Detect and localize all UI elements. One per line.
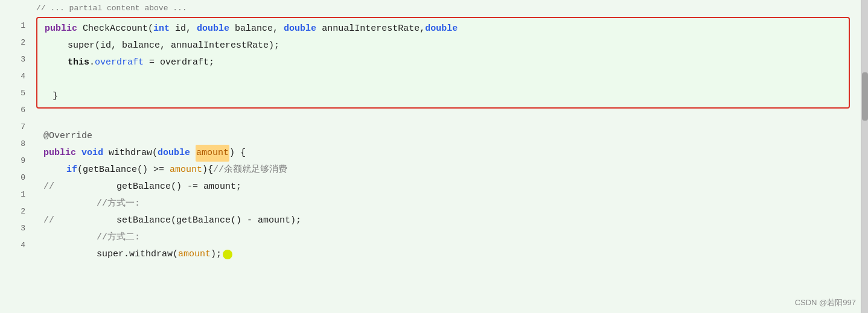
line-num-11: 1 (0, 186, 30, 203)
method-close: ) { (229, 145, 246, 162)
code-line-override: @Override (36, 128, 868, 145)
amount-in-if: amount (170, 162, 202, 179)
scrollbar-thumb[interactable] (862, 72, 868, 121)
top-partial-text: // ... partial content above ... (36, 0, 187, 17)
line-num-6: 6 (0, 101, 30, 118)
line-num-8: 8 (0, 135, 30, 152)
watermark-text: CSDN @若阳997 (795, 298, 856, 307)
line-numbers: 1 2 3 4 5 6 7 8 9 0 1 2 3 4 (0, 0, 30, 313)
code-line-constructor: public CheckAccount( int id, double bala… (37, 21, 849, 37)
comment-balance: //余额就足够消费 (213, 162, 287, 179)
line-num-13: 3 (0, 220, 30, 236)
comment-code1: getBalance() -= amount; (78, 179, 241, 195)
line-num-14: 4 (0, 236, 30, 253)
code-line-way1: //方式一: (36, 195, 868, 212)
comment-disabled2: // (43, 212, 54, 229)
highlighted-block: public CheckAccount( int id, double bala… (36, 17, 850, 109)
code-line-if: if (getBalance() >= amount ){ //余额就足够消费 (36, 162, 868, 179)
code-line-brace-close: } (37, 88, 849, 105)
double-keyword1: double (197, 21, 235, 37)
line-num-10: 0 (0, 169, 30, 186)
code-line-withdraw: public void withdraw( double amount ) { (36, 145, 868, 162)
constructor-name: CheckAccount( (83, 21, 153, 37)
if-brace: ){ (202, 162, 213, 179)
cursor-indicator (223, 250, 232, 259)
override-annotation: @Override (43, 128, 92, 145)
csdn-watermark: CSDN @若阳997 (795, 297, 856, 308)
editor-container: 1 2 3 4 5 6 7 8 9 0 1 2 3 4 // ... parti… (0, 0, 868, 313)
line-num-2: 2 (0, 34, 30, 51)
code-line-comment2: // setBalance(getBalance() - amount); (36, 212, 868, 229)
code-line-spacer (36, 111, 868, 128)
line-num-9: 9 (0, 152, 30, 169)
super-call: super(id, balance, annualInterestRate); (68, 37, 279, 54)
comment-code2: setBalance(getBalance() - amount); (78, 212, 301, 229)
line-num-1: 1 (0, 17, 30, 34)
double-keyword2: double (284, 21, 322, 37)
super-withdraw-close: ); (211, 246, 222, 263)
withdraw-name: withdraw( (109, 145, 158, 162)
code-area: // ... partial content above ... public … (30, 0, 868, 313)
public-keyword: public (45, 21, 83, 37)
way2-comment: //方式二: (97, 229, 140, 246)
line-num-7: 7 (0, 118, 30, 135)
double-keyword3: double (425, 21, 458, 37)
if-keyword: if (66, 162, 77, 179)
line-num-5: 5 (0, 84, 30, 101)
void-kw: void (81, 145, 109, 162)
line-num-3: 3 (0, 51, 30, 68)
int-keyword: int (153, 21, 175, 37)
line-num-12: 2 (0, 203, 30, 220)
code-line-super: super(id, balance, annualInterestRate); (37, 37, 849, 54)
if-open: (getBalance() >= (77, 162, 170, 179)
code-line-comment1: // getBalance() -= amount; (36, 179, 868, 195)
code-line-overdraft: this . overdraft = overdraft; (37, 54, 849, 71)
public-kw2: public (43, 145, 81, 162)
super-withdraw: super.withdraw( (97, 246, 178, 263)
double-kw4: double (158, 145, 196, 162)
way1-comment: //方式一: (97, 195, 140, 212)
closing-brace: } (53, 88, 58, 105)
amount-super-call: amount (178, 246, 211, 263)
code-line-way2: //方式二: (36, 229, 868, 246)
line-num-top (0, 0, 30, 17)
amount-highlighted: amount (196, 145, 229, 162)
dot: . (89, 54, 95, 71)
code-line-super-withdraw: super.withdraw( amount ); (36, 246, 868, 263)
top-partial-line: // ... partial content above ... (36, 0, 868, 17)
param-air: annualInterestRate, (322, 21, 425, 37)
scrollbar[interactable] (861, 0, 868, 313)
param-balance: balance, (235, 21, 284, 37)
this-keyword: this (68, 54, 89, 71)
code-line-empty (37, 71, 849, 88)
line-num-4: 4 (0, 68, 30, 84)
overdraft-field: overdraft (95, 54, 144, 71)
assign-eq: = overdraft; (144, 54, 214, 71)
comment-disabled1: // (43, 179, 54, 195)
code-lines: // ... partial content above ... public … (30, 0, 868, 263)
param-id: id, (175, 21, 197, 37)
